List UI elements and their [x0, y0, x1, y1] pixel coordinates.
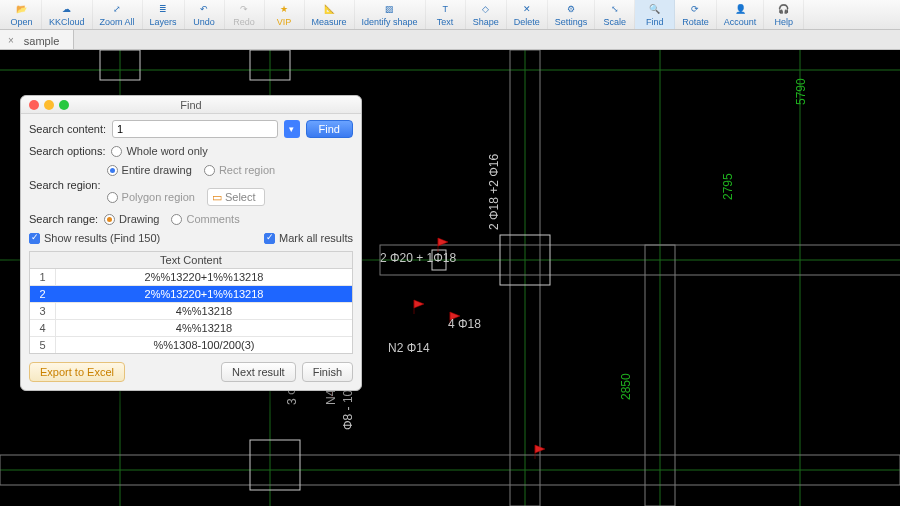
delete-icon: ✕: [520, 2, 534, 16]
search-range-label: Search range:: [29, 213, 98, 225]
toolbar-settings-button[interactable]: ⚙Settings: [548, 0, 596, 29]
result-row[interactable]: 12%%13220+1%%13218: [30, 269, 352, 286]
undo-icon: ↶: [197, 2, 211, 16]
main-toolbar: 📂Open☁KKCloud⤢Zoom All≣Layers↶Undo↷Redo★…: [0, 0, 900, 30]
mark-all-checkbox[interactable]: Mark all results: [264, 232, 353, 244]
result-row[interactable]: 22%%13220+1%%13218: [30, 286, 352, 303]
results-table: Text Content 12%%13220+1%%1321822%%13220…: [29, 251, 353, 354]
svg-text:4 Φ18: 4 Φ18: [448, 317, 481, 331]
help-icon: 🎧: [777, 2, 791, 16]
export-excel-button[interactable]: Export to Excel: [29, 362, 125, 382]
layers-icon: ≣: [156, 2, 170, 16]
result-row[interactable]: 44%%13218: [30, 320, 352, 337]
kkcloud-icon: ☁: [60, 2, 74, 16]
dialog-title: Find: [21, 99, 361, 111]
close-tab-icon[interactable]: ×: [8, 35, 14, 46]
settings-icon: ⚙: [564, 2, 578, 16]
search-content-input[interactable]: [112, 120, 278, 138]
region-rect-radio[interactable]: Rect region: [204, 164, 275, 176]
result-row[interactable]: 34%%13218: [30, 303, 352, 320]
select-region-button[interactable]: ▭Select: [207, 188, 265, 206]
document-tab[interactable]: × sample: [0, 30, 74, 49]
dialog-titlebar[interactable]: Find: [21, 96, 361, 114]
region-poly-radio[interactable]: Polygon region: [107, 191, 195, 203]
toolbar-measure-button[interactable]: 📐Measure: [305, 0, 355, 29]
svg-text:N2 Φ14: N2 Φ14: [388, 341, 430, 355]
svg-rect-13: [250, 440, 300, 490]
find-dialog: Find Search content: ▾ Find Search optio…: [20, 95, 362, 391]
toolbar-text-button[interactable]: TText: [426, 0, 466, 29]
vip-icon: ★: [277, 2, 291, 16]
svg-text:2 Φ20 + 1Φ18: 2 Φ20 + 1Φ18: [380, 251, 457, 265]
region-entire-radio[interactable]: Entire drawing: [107, 164, 192, 176]
measure-icon: 📐: [322, 2, 336, 16]
svg-text:2795: 2795: [721, 173, 735, 200]
toolbar-help-button[interactable]: 🎧Help: [764, 0, 804, 29]
scale-icon: ⤡: [608, 2, 622, 16]
next-result-button[interactable]: Next result: [221, 362, 296, 382]
toolbar-kkcloud-button[interactable]: ☁KKCloud: [42, 0, 93, 29]
toolbar-scale-button[interactable]: ⤡Scale: [595, 0, 635, 29]
toolbar-find-button[interactable]: 🔍Find: [635, 0, 675, 29]
range-comments-radio[interactable]: Comments: [171, 213, 239, 225]
search-history-dropdown[interactable]: ▾: [284, 120, 300, 138]
account-icon: 👤: [733, 2, 747, 16]
search-content-label: Search content:: [29, 123, 106, 135]
whole-word-radio[interactable]: Whole word only: [111, 145, 207, 157]
toolbar-delete-button[interactable]: ✕Delete: [507, 0, 548, 29]
toolbar-account-button[interactable]: 👤Account: [717, 0, 765, 29]
toolbar-layers-button[interactable]: ≣Layers: [143, 0, 185, 29]
range-drawing-radio[interactable]: Drawing: [104, 213, 159, 225]
svg-text:5790: 5790: [794, 78, 808, 105]
identify-shape-icon: ▨: [383, 2, 397, 16]
text-icon: T: [438, 2, 452, 16]
toolbar-open-button[interactable]: 📂Open: [2, 0, 42, 29]
results-header: Text Content: [30, 252, 352, 269]
svg-text:2850: 2850: [619, 373, 633, 400]
finish-button[interactable]: Finish: [302, 362, 353, 382]
toolbar-undo-button[interactable]: ↶Undo: [185, 0, 225, 29]
find-icon: 🔍: [648, 2, 662, 16]
search-region-label: Search region:: [29, 179, 101, 191]
find-button[interactable]: Find: [306, 120, 353, 138]
toolbar-shape-button[interactable]: ◇Shape: [466, 0, 507, 29]
toolbar-redo-button[interactable]: ↷Redo: [225, 0, 265, 29]
tab-label: sample: [24, 35, 59, 47]
toolbar-vip-button[interactable]: ★VIP: [265, 0, 305, 29]
search-options-label: Search options:: [29, 145, 105, 157]
zoom-all-icon: ⤢: [110, 2, 124, 16]
shape-icon: ◇: [479, 2, 493, 16]
show-results-checkbox[interactable]: Show results (Find 150): [29, 232, 160, 244]
tab-bar: × sample: [0, 30, 900, 50]
toolbar-zoom-all-button[interactable]: ⤢Zoom All: [93, 0, 143, 29]
result-row[interactable]: 5%%1308-100/200(3): [30, 337, 352, 353]
toolbar-rotate-button[interactable]: ⟳Rotate: [675, 0, 717, 29]
svg-text:2 Φ18 +2 Φ16: 2 Φ18 +2 Φ16: [487, 153, 501, 230]
toolbar-identify-shape-button[interactable]: ▨Identify shape: [355, 0, 426, 29]
open-icon: 📂: [15, 2, 29, 16]
redo-icon: ↷: [237, 2, 251, 16]
rotate-icon: ⟳: [688, 2, 702, 16]
